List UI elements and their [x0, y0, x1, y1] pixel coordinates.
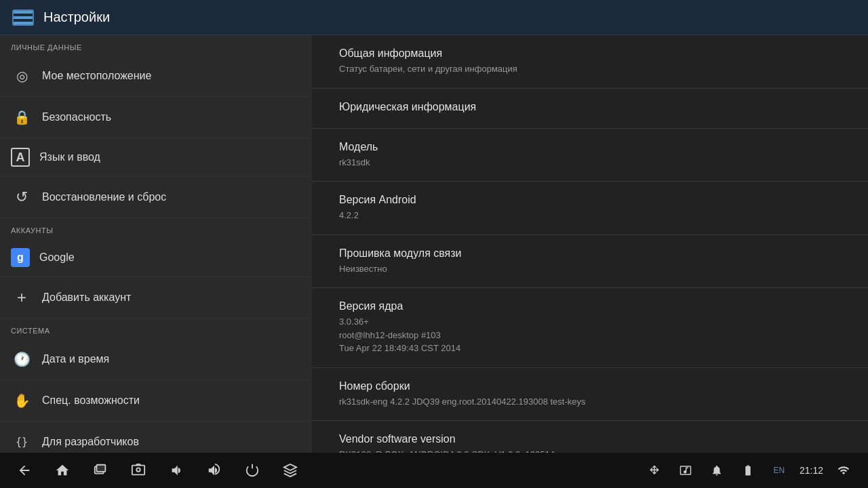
sidebar-item-reset[interactable]: ↺ Восстановление и сброс — [0, 177, 312, 218]
sidebar-item-developer-label: Для разработчиков — [42, 436, 139, 448]
clock: 21:12 — [800, 465, 823, 476]
model-title: Модель — [339, 141, 841, 153]
screenshot-button[interactable] — [127, 460, 149, 481]
svg-rect-5 — [97, 465, 106, 472]
general-info-title: Общая информация — [339, 47, 841, 60]
sidebar: ЛИЧНЫЕ ДАННЫЕ ◎ Мое местоположение 🔒 Без… — [0, 35, 312, 488]
battery-icon — [737, 460, 759, 481]
status-controls: EN 21:12 — [644, 460, 854, 481]
content-item-kernel: Версия ядра 3.0.36+ root@lhh12-desktop #… — [312, 288, 868, 368]
sidebar-item-datetime-label: Дата и время — [42, 353, 109, 365]
section-header-system: СИСТЕМА — [0, 319, 312, 339]
sidebar-item-google[interactable]: g Google — [0, 239, 312, 277]
recents-button[interactable] — [90, 460, 111, 481]
bottom-bar: EN 21:12 — [0, 453, 868, 488]
notification-icon — [706, 460, 728, 481]
sidebar-item-location-label: Мое местоположение — [42, 70, 151, 82]
svg-point-7 — [136, 468, 140, 472]
location-icon: ◎ — [11, 65, 33, 87]
baseband-value: Неизвестно — [339, 262, 841, 276]
kernel-value: 3.0.36+ root@lhh12-desktop #103 Tue Apr … — [339, 315, 841, 355]
app-icon — [11, 5, 35, 30]
sidebar-item-accessibility-label: Спец. возможности — [42, 394, 140, 407]
sidebar-item-language[interactable]: A Язык и ввод — [0, 138, 312, 177]
kernel-title: Версия ядра — [339, 300, 841, 312]
wifi-icon — [833, 460, 854, 481]
display-icon — [675, 460, 696, 481]
sidebar-item-reset-label: Восстановление и сброс — [42, 191, 166, 203]
volume-down-button[interactable] — [165, 460, 187, 481]
sidebar-item-security[interactable]: 🔒 Безопасность — [0, 97, 312, 138]
legal-title: Юридическая информация — [339, 101, 841, 113]
lock-icon: 🔒 — [11, 106, 33, 128]
accessibility-icon: ✋ — [11, 390, 33, 411]
usb-icon — [644, 460, 665, 481]
home-button[interactable] — [52, 460, 73, 481]
build-number-title: Номер сборки — [339, 380, 841, 392]
svg-rect-0 — [14, 11, 33, 14]
section-header-personal: ЛИЧНЫЕ ДАННЫЕ — [0, 35, 312, 56]
content-item-model: Модель rk31sdk — [312, 129, 868, 182]
content-item-general-info[interactable]: Общая информация Статус батареи, сети и … — [312, 35, 868, 89]
baseband-title: Прошивка модуля связи — [339, 247, 841, 260]
svg-rect-2 — [14, 22, 33, 24]
model-value: rk31sdk — [339, 156, 841, 169]
volume-up-button[interactable] — [203, 460, 225, 481]
sidebar-item-add-account[interactable]: + Добавить аккаунт — [0, 277, 312, 319]
android-version-title: Версия Android — [339, 194, 841, 206]
power-button[interactable] — [241, 460, 263, 481]
build-number-value: rk31sdk-eng 4.2.2 JDQ39 eng.root.2014042… — [339, 395, 841, 409]
back-button[interactable] — [14, 460, 35, 481]
lang-indicator: EN — [768, 460, 790, 481]
android-version-value: 4.2.2 — [339, 209, 841, 222]
top-bar: Настройки — [0, 0, 868, 35]
vendor-software-title: Vendor software version — [339, 433, 841, 445]
svg-rect-6 — [132, 466, 144, 475]
language-icon: A — [11, 148, 30, 167]
nav-controls — [14, 460, 301, 481]
main-layout: ЛИЧНЫЕ ДАННЫЕ ◎ Мое местоположение 🔒 Без… — [0, 35, 868, 488]
svg-rect-1 — [14, 16, 33, 19]
sidebar-item-google-label: Google — [39, 251, 75, 264]
sidebar-item-accessibility[interactable]: ✋ Спец. возможности — [0, 380, 312, 422]
sidebar-item-language-label: Язык и ввод — [39, 151, 100, 163]
sidebar-item-security-label: Безопасность — [42, 111, 111, 123]
clock-icon: 🕐 — [11, 348, 33, 370]
content-item-build-number: Номер сборки rk31sdk-eng 4.2.2 JDQ39 eng… — [312, 368, 868, 422]
general-info-subtitle: Статус батареи, сети и другая информация — [339, 62, 841, 76]
sidebar-item-add-account-label: Добавить аккаунт — [42, 291, 131, 304]
content-panel: Общая информация Статус батареи, сети и … — [312, 35, 868, 488]
content-item-baseband: Прошивка модуля связи Неизвестно — [312, 235, 868, 289]
sidebar-item-datetime[interactable]: 🕐 Дата и время — [0, 339, 312, 380]
google-icon: g — [11, 248, 30, 267]
section-header-accounts: АККАУНТЫ — [0, 218, 312, 239]
add-icon: + — [11, 287, 33, 308]
developer-icon: {} — [11, 431, 33, 453]
sidebar-item-location[interactable]: ◎ Мое местоположение — [0, 56, 312, 97]
page-title: Настройки — [43, 9, 110, 25]
reset-icon: ↺ — [11, 186, 33, 208]
content-item-android-version: Версия Android 4.2.2 — [312, 182, 868, 235]
layers-button[interactable] — [279, 460, 301, 481]
content-item-legal[interactable]: Юридическая информация — [312, 89, 868, 129]
